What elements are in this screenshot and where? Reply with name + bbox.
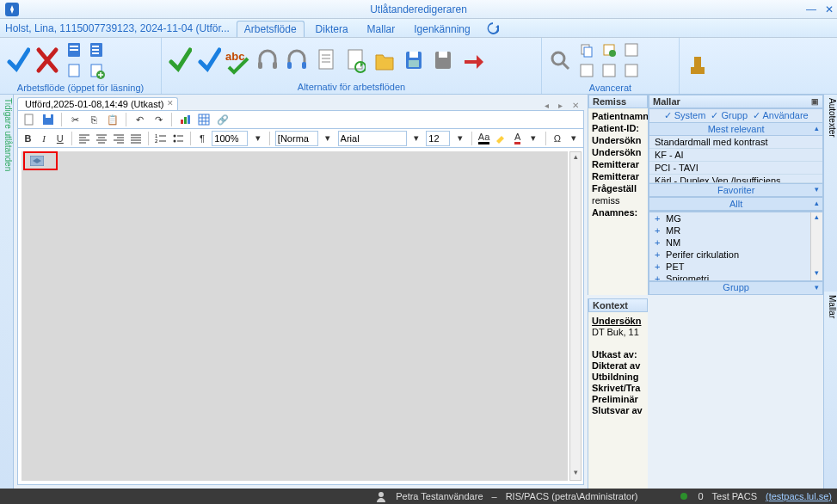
save-icon[interactable] xyxy=(430,42,456,78)
omega-icon[interactable]: Ω xyxy=(551,131,564,146)
headset-alt-icon[interactable] xyxy=(284,42,310,78)
ribbon-tab-igenkanning[interactable]: Igenkänning xyxy=(406,21,477,37)
table-icon[interactable] xyxy=(196,112,212,127)
redo-icon[interactable]: ↷ xyxy=(151,112,166,127)
reject-icon[interactable] xyxy=(34,42,60,78)
list-item[interactable]: KF - AI xyxy=(649,149,822,162)
doc-refresh-icon[interactable] xyxy=(342,42,368,78)
disk-icon[interactable] xyxy=(401,42,427,78)
filter-anvandare[interactable]: Användare xyxy=(753,110,809,121)
new-doc-icon[interactable] xyxy=(22,112,37,127)
bullet-list-icon[interactable] xyxy=(171,131,185,146)
list-item[interactable]: PCI - TAVI xyxy=(649,162,822,175)
tree-row[interactable]: + Spirometri xyxy=(649,273,822,281)
kontext-panel-header[interactable]: Kontext xyxy=(588,298,648,312)
pilcrow-icon[interactable]: ¶ xyxy=(196,131,209,146)
size-dropdown-icon[interactable]: ▾ xyxy=(453,131,466,146)
copy-icon[interactable] xyxy=(576,40,597,60)
document-tab[interactable]: Utförd,2025-01-08,14:49 (Utkast) ✕ xyxy=(17,97,178,110)
check-green-icon[interactable] xyxy=(167,42,193,78)
font-dropdown-icon[interactable]: ▾ xyxy=(410,131,423,146)
zoom-combo[interactable] xyxy=(212,131,248,146)
paste-icon[interactable]: 📋 xyxy=(105,112,120,127)
font-combo[interactable] xyxy=(338,131,407,146)
filter-grupp[interactable]: Grupp xyxy=(711,110,748,121)
align-center-icon[interactable] xyxy=(95,131,108,146)
form-icon[interactable] xyxy=(64,40,84,60)
remiss-panel-header[interactable]: Remiss xyxy=(588,95,648,108)
scroll-down-icon[interactable]: ▾ xyxy=(811,268,822,280)
list-item[interactable]: Standardmall med kontrast xyxy=(649,136,822,149)
tool3-icon[interactable] xyxy=(599,60,619,81)
ribbon-tab-mallar[interactable]: Mallar xyxy=(360,21,403,37)
ribbon-tab-arbetsflode[interactable]: Arbetsflöde xyxy=(237,21,305,37)
tool-icon[interactable] xyxy=(621,40,642,60)
close-button[interactable]: ✕ xyxy=(825,3,834,15)
link-icon[interactable]: 🔗 xyxy=(215,112,231,127)
refresh-icon[interactable] xyxy=(487,22,499,34)
italic-button[interactable]: I xyxy=(38,131,51,146)
doc-icon[interactable] xyxy=(313,42,339,78)
align-left-icon[interactable] xyxy=(77,131,91,146)
right-rail-mallar[interactable]: Mallar xyxy=(823,292,837,489)
undo-icon[interactable]: ↶ xyxy=(132,112,147,127)
editor-canvas[interactable] xyxy=(22,151,568,481)
text-color-icon[interactable]: Aa xyxy=(477,131,490,146)
scroll-down-icon[interactable]: ▾ xyxy=(570,468,581,480)
stamp-icon[interactable] xyxy=(685,47,711,83)
copy-small-icon[interactable]: ⎘ xyxy=(86,112,102,127)
section-allt[interactable]: Allt▴ xyxy=(649,197,822,211)
save-small-icon[interactable] xyxy=(40,112,56,127)
tree-row[interactable]: + Perifer cirkulation xyxy=(649,249,822,261)
tree-scrollbar[interactable]: ▴ ▾ xyxy=(810,212,822,280)
scroll-up-icon[interactable]: ▴ xyxy=(570,152,581,164)
section-mest-relevant[interactable]: Mest relevant▴ xyxy=(649,122,822,136)
underline-button[interactable]: U xyxy=(53,131,66,146)
status-server-link[interactable]: (testpacs.lul.se) xyxy=(766,491,832,501)
zoom-dropdown-icon[interactable]: ▾ xyxy=(251,131,264,146)
align-justify-icon[interactable] xyxy=(129,131,143,146)
list-icon[interactable] xyxy=(86,40,107,60)
page-add-icon[interactable] xyxy=(86,60,107,81)
highlight-icon[interactable] xyxy=(494,131,508,146)
left-rail[interactable]: Tidigare utlåtanden xyxy=(0,95,14,489)
pin-icon[interactable]: ▣ xyxy=(811,97,819,106)
align-right-icon[interactable] xyxy=(112,131,126,146)
check-blue-icon[interactable] xyxy=(196,42,222,78)
cut-icon[interactable]: ✂ xyxy=(67,112,83,127)
filter-system[interactable]: System xyxy=(664,110,706,121)
color-dropdown-icon[interactable]: ▾ xyxy=(527,131,540,146)
style-dropdown-icon[interactable]: ▾ xyxy=(322,131,335,146)
tree-row[interactable]: + MG xyxy=(649,212,822,224)
headset-icon[interactable] xyxy=(255,42,280,78)
ribbon-tab-diktera[interactable]: Diktera xyxy=(308,21,356,37)
right-rail-autotexter[interactable]: Autotexter xyxy=(823,95,837,292)
size-combo[interactable] xyxy=(426,131,450,146)
list-item[interactable]: Kärl - Duplex Ven./Insufficiens xyxy=(649,175,822,183)
omega-dropdown-icon[interactable]: ▾ xyxy=(567,131,580,146)
minimize-button[interactable]: — xyxy=(806,3,816,15)
close-tab-icon[interactable]: ✕ xyxy=(167,99,174,108)
tool4-icon[interactable] xyxy=(621,60,642,81)
folder-icon[interactable] xyxy=(372,42,397,78)
tab-nav[interactable]: ◂ ▸ ✕ xyxy=(545,101,588,110)
approve-icon[interactable] xyxy=(5,42,31,78)
tree-row[interactable]: + NM xyxy=(649,237,822,249)
tool2-icon[interactable] xyxy=(576,60,597,81)
spellcheck-icon[interactable]: abc xyxy=(225,42,251,78)
page-icon[interactable] xyxy=(64,60,84,81)
attach-icon[interactable] xyxy=(599,40,619,60)
scroll-up-icon[interactable]: ▴ xyxy=(811,212,822,224)
mallar-tree[interactable]: + MG+ MR+ NM+ Perifer cirkulation+ PET+ … xyxy=(649,212,823,281)
font-color-icon[interactable]: A xyxy=(511,131,524,146)
chart-icon[interactable] xyxy=(177,112,193,127)
forward-red-icon[interactable] xyxy=(459,42,485,78)
editor-scrollbar[interactable]: ▴ ▾ xyxy=(569,151,582,481)
mallar-panel-header[interactable]: Mallar▣ xyxy=(649,95,823,108)
search-icon[interactable] xyxy=(547,42,573,78)
numbered-list-icon[interactable]: 12 xyxy=(154,131,168,146)
grupp-bar[interactable]: Grupp▾ xyxy=(649,281,823,295)
style-combo[interactable] xyxy=(275,131,318,146)
tree-row[interactable]: + MR xyxy=(649,224,822,237)
tree-row[interactable]: + PET xyxy=(649,261,822,273)
